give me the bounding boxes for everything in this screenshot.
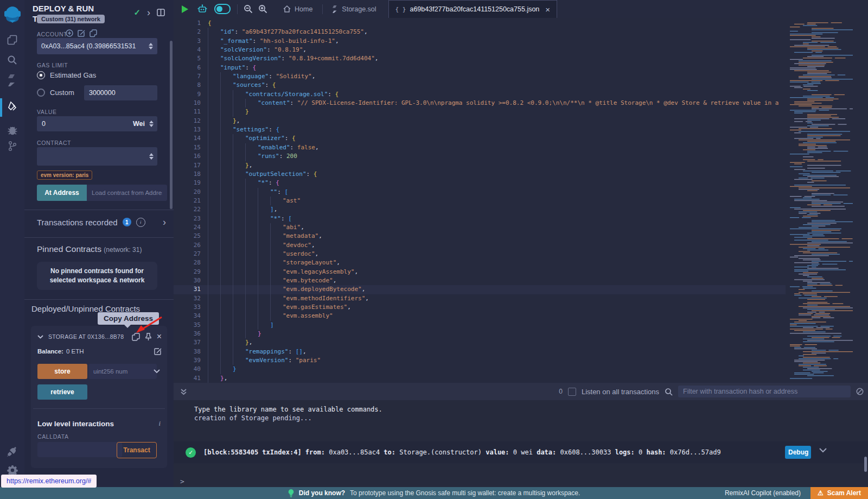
account-label: ACCOUNT	[37, 31, 67, 37]
close-tab-icon[interactable]: ×	[545, 5, 550, 14]
zoom-out-icon[interactable]	[244, 4, 253, 14]
tx-success-check-icon: ✓	[186, 447, 196, 458]
terminal-header: 0 Listen on all transactions	[174, 383, 868, 400]
transactions-info-icon[interactable]: i	[136, 218, 145, 227]
store-button[interactable]: store	[37, 364, 87, 379]
account-stepper-icon[interactable]	[149, 43, 153, 49]
contract-select[interactable]	[37, 147, 157, 166]
copilot-status[interactable]: RemixAI Copilot (enabled)	[725, 489, 801, 497]
collapse-terminal-icon[interactable]	[180, 388, 187, 395]
remix-logo-icon[interactable]	[0, 3, 24, 25]
value-label: VALUE	[37, 109, 57, 115]
code-line: 22],	[174, 205, 786, 214]
tab-storage-sol[interactable]: Storage.sol	[326, 0, 382, 18]
code-line: 4"solcVersion": "0.8.19",	[174, 46, 786, 54]
divider	[24, 299, 174, 300]
code-line: 16"runs": 200	[174, 152, 786, 161]
warning-icon: ⚠	[818, 489, 824, 497]
run-script-play-icon[interactable]	[182, 5, 188, 13]
store-arg-input[interactable]	[88, 364, 157, 379]
clear-console-icon[interactable]	[856, 388, 864, 395]
custom-gas-option[interactable]: Custom	[37, 89, 74, 97]
git-branch-icon[interactable]	[0, 137, 24, 155]
estimated-gas-option[interactable]: Estimated Gas	[37, 71, 96, 79]
estimated-gas-radio[interactable]	[37, 71, 45, 79]
tab-home[interactable]: Home	[277, 0, 319, 18]
value-unit: Wei	[133, 120, 145, 128]
custom-gas-radio[interactable]	[37, 89, 45, 97]
code-line: 36}	[174, 330, 786, 338]
contract-stepper-icon[interactable]	[149, 153, 154, 160]
balance-label: Balance:	[37, 348, 63, 355]
code-line: 33"evm.gasEstimates",	[174, 303, 786, 312]
code-line: 27"userdoc",	[174, 250, 786, 258]
transactions-expand-icon[interactable]: ›	[163, 217, 166, 227]
code-lines[interactable]: 1{2"id": "a69b43f277ba20fcac141151250ca7…	[174, 18, 786, 383]
copilot-toggle[interactable]	[214, 4, 231, 14]
solidity-compiler-icon[interactable]	[0, 71, 24, 90]
edit-balance-icon[interactable]	[154, 348, 162, 355]
code-line: 30"evm.bytecode",	[174, 276, 786, 285]
contract-label: CONTRACT	[37, 140, 71, 146]
code-line: 3"_format": "hh-sol-build-info-1",	[174, 37, 786, 46]
remixai-robot-icon[interactable]	[197, 4, 208, 14]
listen-all-checkbox[interactable]	[568, 388, 576, 396]
value-input[interactable]	[37, 116, 120, 131]
transaction-log-row[interactable]: ✓ [block:5583405 txIndex:4] from: 0xa03.…	[174, 441, 868, 463]
expand-tx-chevron-icon[interactable]	[819, 448, 827, 453]
panel-forward-icon[interactable]: ›	[147, 8, 150, 17]
terminal-line: creation of Storage pending...	[174, 414, 868, 422]
code-line: 1{	[174, 19, 786, 28]
search-icon[interactable]	[0, 50, 24, 69]
pin-panel-icon[interactable]	[157, 9, 165, 16]
contract-instance-title: STORAGE AT 0X136...8B78	[48, 333, 127, 340]
add-account-icon[interactable]	[66, 29, 73, 37]
account-actions	[66, 29, 97, 37]
editor-area: Home Storage.sol { } a69b43f277ba20fcac1…	[174, 0, 868, 383]
tab-label: Home	[295, 5, 312, 13]
toolbar-separator	[237, 4, 238, 14]
code-line: 23"*": [	[174, 214, 786, 223]
terminal-scrollbar[interactable]	[864, 457, 867, 472]
gas-limit-label: GAS LIMIT	[37, 62, 68, 68]
code-line: 39"evmVersion": "paris"	[174, 356, 786, 365]
deploy-run-icon[interactable]	[0, 98, 24, 117]
expand-store-chevron-icon[interactable]	[154, 369, 160, 374]
minimap[interactable]	[787, 18, 853, 382]
pinned-empty-message: No pinned contracts found for selected w…	[37, 262, 157, 290]
panel-scrollbar[interactable]	[170, 41, 173, 209]
transactions-recorded-row[interactable]: Transactions recorded 1 i ›	[37, 217, 166, 227]
custom-gas-input[interactable]	[84, 85, 157, 100]
debug-button[interactable]: Debug	[785, 446, 811, 459]
evm-version-badge-wrap: evm version: paris	[37, 169, 92, 180]
code-line: 41},	[174, 374, 786, 383]
unit-stepper-icon[interactable]	[149, 121, 154, 127]
terminal-panel: 0 Listen on all transactions Type the li…	[174, 383, 868, 487]
calldata-input[interactable]	[37, 442, 122, 457]
copy-account-icon[interactable]	[90, 29, 97, 37]
active-plugin-indicator	[0, 98, 2, 117]
search-transactions-icon[interactable]	[665, 388, 673, 396]
at-address-button[interactable]: At Address	[37, 185, 87, 201]
status-bar: Did you know? To prototype using the Gno…	[0, 487, 868, 499]
tab-build-info-json[interactable]: { } a69b43f277ba20fcac141151250ca755.jso…	[388, 0, 558, 18]
file-explorer-icon[interactable]	[0, 30, 24, 49]
collapse-chevron-icon[interactable]	[37, 335, 43, 339]
terminal-body[interactable]: Type the library name to see available c…	[174, 400, 868, 487]
low-level-info-icon[interactable]: i	[158, 419, 161, 428]
transact-button[interactable]: Transact	[117, 442, 157, 458]
zoom-in-icon[interactable]	[258, 4, 267, 14]
scam-alert-badge[interactable]: ⚠ Scam Alert	[810, 487, 868, 499]
code-line: 11}	[174, 108, 786, 116]
retrieve-button[interactable]: retrieve	[37, 384, 87, 400]
pinned-contracts-title: Pinned Contracts	[37, 244, 101, 254]
transaction-filter-input[interactable]	[678, 386, 851, 397]
network-badge: Custom (31) network	[37, 15, 105, 23]
value-unit-select[interactable]: Wei	[113, 116, 157, 131]
account-select[interactable]: 0xA03...85ac4 (0.39866531531	[37, 38, 157, 54]
at-address-input[interactable]	[87, 185, 167, 201]
plugin-manager-icon[interactable]	[0, 442, 24, 460]
debugger-icon[interactable]	[0, 121, 24, 139]
code-line: 21"ast"	[174, 197, 786, 205]
sign-message-icon[interactable]	[78, 29, 85, 37]
